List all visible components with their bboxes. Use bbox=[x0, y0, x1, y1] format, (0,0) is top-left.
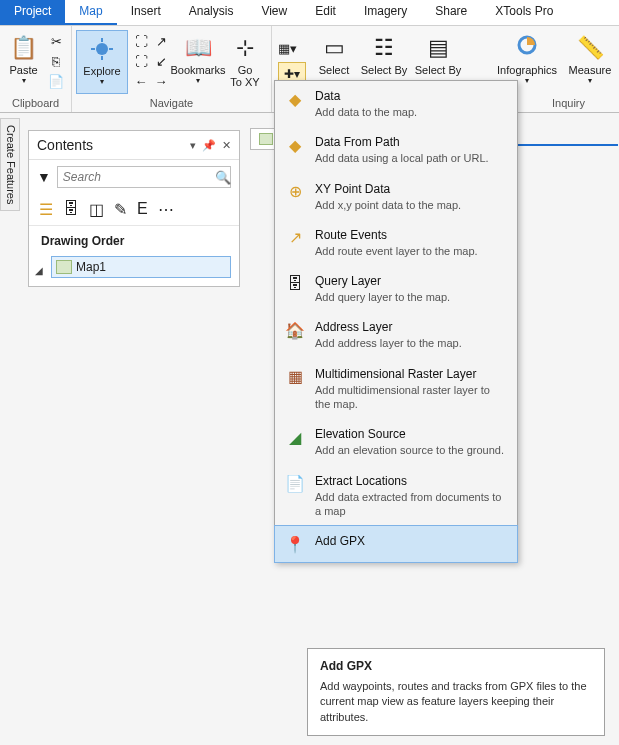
infographics-label: Infographics bbox=[497, 64, 557, 76]
menu-data-title: Data bbox=[315, 89, 507, 103]
menu-route-events[interactable]: ↗ Route EventsAdd route event layer to t… bbox=[275, 220, 517, 266]
navigate-group-label: Navigate bbox=[76, 95, 267, 112]
filter-icon[interactable]: ▼ bbox=[37, 169, 51, 185]
menu-raster-title: Multidimensional Raster Layer bbox=[315, 367, 507, 381]
contents-close-icon[interactable]: ✕ bbox=[222, 139, 231, 152]
contents-pin-icon[interactable]: 📌 bbox=[202, 139, 216, 152]
gotoxy-button[interactable]: ⊹ Go To XY bbox=[224, 30, 266, 94]
map-item[interactable]: Map1 bbox=[51, 256, 231, 278]
menu-xy-point[interactable]: ⊕ XY Point DataAdd x,y point data to the… bbox=[275, 174, 517, 220]
menu-query-layer[interactable]: 🗄 Query LayerAdd query layer to the map. bbox=[275, 266, 517, 312]
search-icon[interactable]: 🔍 bbox=[215, 170, 231, 185]
select-label: Select bbox=[319, 64, 350, 76]
main-tabs: Project Map Insert Analysis View Edit Im… bbox=[0, 0, 619, 26]
list-more-icon[interactable]: ⋯ bbox=[158, 200, 174, 219]
map-collapse-icon[interactable]: ◢ bbox=[35, 265, 43, 276]
menu-xy-desc: Add x,y point data to the map. bbox=[315, 198, 507, 212]
tooltip: Add GPX Add waypoints, routes and tracks… bbox=[307, 648, 605, 736]
map-tab-icon bbox=[259, 133, 273, 145]
tab-project[interactable]: Project bbox=[0, 0, 65, 25]
add-data-menu: ◆ DataAdd data to the map. ◆ Data From P… bbox=[274, 80, 518, 563]
list-by-snapping-icon[interactable]: E bbox=[137, 200, 148, 219]
bookmarks-button[interactable]: 📖 Bookmarks ▾ bbox=[174, 30, 222, 94]
menu-address-title: Address Layer bbox=[315, 320, 507, 334]
prev-extent-icon[interactable]: ← bbox=[132, 73, 150, 91]
menu-address-layer[interactable]: 🏠 Address LayerAdd address layer to the … bbox=[275, 312, 517, 358]
tab-xtools[interactable]: XTools Pro bbox=[481, 0, 567, 25]
select-loc-icon: ▤ bbox=[424, 34, 452, 62]
query-icon: 🗄 bbox=[285, 274, 305, 294]
menu-elev-title: Elevation Source bbox=[315, 427, 507, 441]
route-icon: ↗ bbox=[285, 228, 305, 248]
menu-gpx-title: Add GPX bbox=[315, 534, 507, 548]
measure-icon: 📏 bbox=[576, 34, 604, 62]
fixed-zoom-out-icon[interactable]: ↙ bbox=[152, 53, 170, 71]
bookmarks-label: Bookmarks bbox=[170, 64, 225, 76]
elevation-icon: ◢ bbox=[285, 427, 305, 447]
menu-data-from-path[interactable]: ◆ Data From PathAdd data using a local p… bbox=[275, 127, 517, 173]
paste-label: Paste bbox=[9, 64, 37, 76]
menu-elev-desc: Add an elevation source to the ground. bbox=[315, 443, 507, 457]
raster-icon: ▦ bbox=[285, 367, 305, 387]
menu-multidim-raster[interactable]: ▦ Multidimensional Raster LayerAdd multi… bbox=[275, 359, 517, 420]
zoom-full-icon[interactable]: ⛶ bbox=[132, 33, 150, 51]
fixed-zoom-in-icon[interactable]: ↗ bbox=[152, 33, 170, 51]
menu-address-desc: Add address layer to the map. bbox=[315, 336, 507, 350]
menu-raster-desc: Add multidimensional raster layer to the… bbox=[315, 383, 507, 412]
copypath-icon[interactable]: 📄 bbox=[47, 73, 65, 91]
selectby1-label: Select By bbox=[361, 64, 407, 76]
menu-extract-locations[interactable]: 📄 Extract LocationsAdd data extracted fr… bbox=[275, 466, 517, 527]
menu-path-title: Data From Path bbox=[315, 135, 507, 149]
clipboard-group-label: Clipboard bbox=[4, 95, 67, 112]
drawing-order-heading: Drawing Order bbox=[29, 226, 239, 254]
menu-xy-title: XY Point Data bbox=[315, 182, 507, 196]
contents-title: Contents bbox=[37, 137, 190, 153]
tab-map[interactable]: Map bbox=[65, 0, 116, 25]
create-features-tab[interactable]: Create Features bbox=[0, 118, 20, 211]
tab-analysis[interactable]: Analysis bbox=[175, 0, 248, 25]
menu-query-desc: Add query layer to the map. bbox=[315, 290, 507, 304]
menu-elevation-source[interactable]: ◢ Elevation SourceAdd an elevation sourc… bbox=[275, 419, 517, 465]
clipboard-icon: 📋 bbox=[10, 34, 38, 62]
tab-imagery[interactable]: Imagery bbox=[350, 0, 421, 25]
search-input[interactable] bbox=[57, 166, 231, 188]
gpx-icon: 📍 bbox=[285, 534, 305, 554]
map-item-label: Map1 bbox=[76, 260, 106, 274]
tab-view[interactable]: View bbox=[247, 0, 301, 25]
add-data-icon: ✚▾ bbox=[284, 67, 300, 81]
measure-button[interactable]: 📏 Measure ▾ bbox=[565, 30, 615, 94]
basemap-icon[interactable]: ▦▾ bbox=[278, 40, 296, 58]
menu-extract-desc: Add data extracted from documents to a m… bbox=[315, 490, 507, 519]
selectby2-label: Select By bbox=[415, 64, 461, 76]
contents-dropdown-icon[interactable]: ▾ bbox=[190, 139, 196, 152]
menu-path-desc: Add data using a local path or URL. bbox=[315, 151, 507, 165]
tab-share[interactable]: Share bbox=[421, 0, 481, 25]
zoom-sel-icon[interactable]: ⛶ bbox=[132, 53, 150, 71]
list-by-selection-icon[interactable]: ◫ bbox=[89, 200, 104, 219]
paste-button[interactable]: 📋 Paste ▾ bbox=[4, 30, 43, 94]
xy-icon: ⊕ bbox=[285, 182, 305, 202]
bookmarks-icon: 📖 bbox=[184, 34, 212, 62]
menu-add-gpx[interactable]: 📍 Add GPX bbox=[274, 525, 518, 563]
extract-icon: 📄 bbox=[285, 474, 305, 494]
menu-route-desc: Add route event layer to the map. bbox=[315, 244, 507, 258]
list-by-drawing-icon[interactable]: ☰ bbox=[39, 200, 53, 219]
menu-data[interactable]: ◆ DataAdd data to the map. bbox=[275, 81, 517, 127]
data-path-icon: ◆ bbox=[285, 135, 305, 155]
menu-query-title: Query Layer bbox=[315, 274, 507, 288]
cut-icon[interactable]: ✂ bbox=[47, 33, 65, 51]
select-attr-icon: ☷ bbox=[370, 34, 398, 62]
copy-icon[interactable]: ⎘ bbox=[47, 53, 65, 71]
infographics-icon bbox=[513, 34, 541, 62]
list-by-editing-icon[interactable]: ✎ bbox=[114, 200, 127, 219]
next-extent-icon[interactable]: → bbox=[152, 73, 170, 91]
tab-insert[interactable]: Insert bbox=[117, 0, 175, 25]
menu-extract-title: Extract Locations bbox=[315, 474, 507, 488]
explore-button[interactable]: Explore ▾ bbox=[76, 30, 128, 94]
list-by-source-icon[interactable]: 🗄 bbox=[63, 200, 79, 219]
active-view-indicator bbox=[510, 144, 618, 146]
tab-edit[interactable]: Edit bbox=[301, 0, 350, 25]
contents-panel: Contents ▾ 📌 ✕ ▼ 🔍 ☰ 🗄 ◫ ✎ E ⋯ Drawing O… bbox=[28, 130, 240, 287]
menu-route-title: Route Events bbox=[315, 228, 507, 242]
map-icon bbox=[56, 260, 72, 274]
